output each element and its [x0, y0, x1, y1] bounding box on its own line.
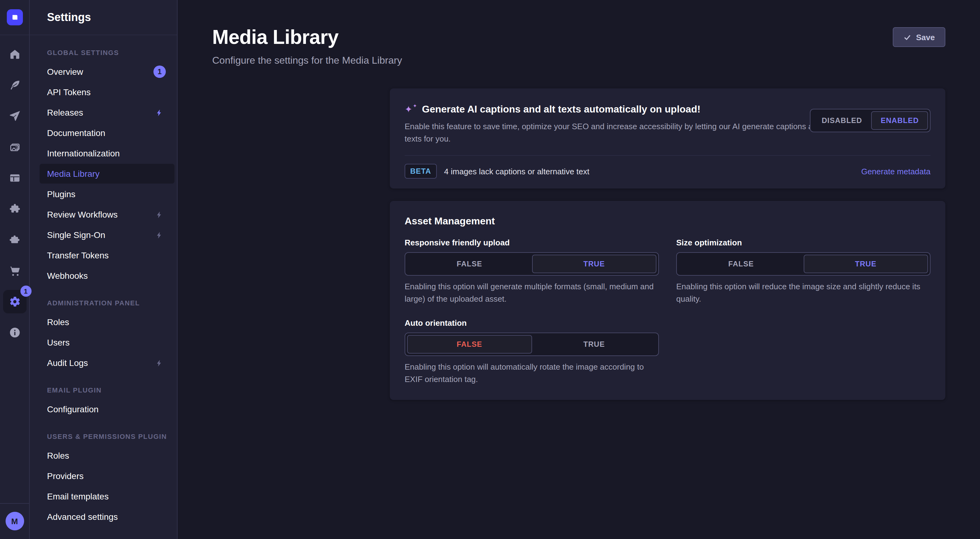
info-button[interactable] [2, 317, 27, 348]
sidebar-item-up-roles[interactable]: Roles [40, 445, 175, 465]
settings-gear-button[interactable]: 1 [2, 286, 27, 317]
home-icon[interactable] [2, 39, 27, 70]
page-subtitle: Configure the settings for the Media Lib… [212, 55, 945, 66]
auto-orientation-false-option[interactable]: FALSE [407, 335, 532, 354]
sidebar-item-advanced-settings[interactable]: Advanced settings [40, 507, 175, 526]
field-auto-orientation: Auto orientation FALSE TRUE Enabling thi… [405, 318, 659, 385]
content-icon[interactable] [2, 70, 27, 101]
field-hint: Enabling this option will reduce the ima… [676, 281, 931, 305]
sidebar-item-internationalization[interactable]: Internationalization [40, 143, 175, 163]
responsive-upload-toggle: FALSE TRUE [405, 252, 659, 276]
section-label: USERS & PERMISSIONS PLUGIN [30, 433, 177, 440]
size-optimization-true-option[interactable]: TRUE [803, 255, 928, 273]
sidebar-title: Settings [47, 11, 91, 24]
overview-badge: 1 [153, 65, 166, 78]
purchase-cart-icon[interactable] [2, 255, 27, 286]
lightning-icon [155, 359, 163, 367]
strapi-logo-icon [9, 12, 20, 23]
stage: 1 M Settings GLOBAL SETTINGS [0, 0, 980, 539]
sidebar-item-transfer-tokens[interactable]: Transfer Tokens [40, 246, 175, 265]
sidebar-item-email-templates[interactable]: Email templates [40, 487, 175, 506]
field-label: Auto orientation [405, 318, 659, 328]
field-label: Size optimization [676, 238, 931, 247]
field-responsive-friendly-upload: Responsive friendly upload FALSE TRUE En… [405, 238, 659, 305]
page-header: Media Library Configure the settings for… [178, 0, 980, 66]
save-button-label: Save [916, 32, 935, 42]
field-hint: Enabling this option will automatically … [405, 361, 659, 385]
banner-divider [405, 155, 931, 156]
logo-area [0, 0, 29, 35]
lightning-icon [155, 211, 163, 219]
ai-toggle-disabled-option[interactable]: DISABLED [812, 111, 872, 130]
page-title: Media Library [212, 26, 945, 49]
sidebar-item-configuration[interactable]: Configuration [40, 399, 175, 419]
sidebar-item-overview[interactable]: Overview 1 [40, 62, 175, 82]
sidebar-item-audit-logs[interactable]: Audit Logs [40, 353, 175, 373]
main-content: Media Library Configure the settings for… [178, 0, 980, 539]
sidebar-header: Settings [30, 0, 177, 35]
sidebar-sections: GLOBAL SETTINGS Overview 1 API Tokens Re… [30, 35, 177, 527]
sidebar-item-releases[interactable]: Releases [40, 103, 175, 122]
field-size-optimization: Size optimization FALSE TRUE Enabling th… [676, 238, 931, 305]
user-avatar[interactable]: M [5, 512, 24, 530]
auto-orientation-toggle: FALSE TRUE [405, 333, 659, 356]
rail-bottom: M [0, 503, 29, 539]
settings-sidebar: Settings GLOBAL SETTINGS Overview 1 API … [30, 0, 178, 539]
sidebar-item-providers[interactable]: Providers [40, 466, 175, 486]
banner-footer-row: BETA 4 images lack captions or alternati… [405, 164, 931, 179]
field-hint: Enabling this option will generate multi… [405, 281, 659, 305]
generate-metadata-link[interactable]: Generate metadata [861, 167, 931, 176]
sidebar-item-documentation[interactable]: Documentation [40, 123, 175, 143]
asset-management-fields: Responsive friendly upload FALSE TRUE En… [405, 238, 931, 385]
deploy-icon[interactable] [2, 101, 27, 132]
sidebar-item-users[interactable]: Users [40, 333, 175, 352]
check-icon [903, 33, 911, 41]
info-icon [8, 327, 21, 339]
strapi-logo[interactable] [6, 9, 22, 25]
sidebar-item-review-workflows[interactable]: Review Workflows [40, 205, 175, 224]
auto-orientation-true-option[interactable]: TRUE [532, 335, 656, 354]
section-administration-panel: ADMINISTRATION PANEL Roles Users Audit L… [30, 299, 177, 373]
nav-rail: 1 M [0, 0, 30, 539]
asset-management-card: Asset Management Responsive friendly upl… [390, 201, 945, 400]
size-optimization-false-option[interactable]: FALSE [679, 255, 803, 273]
sidebar-item-media-library[interactable]: Media Library [40, 164, 175, 184]
section-label: GLOBAL SETTINGS [30, 49, 177, 56]
ai-enabled-toggle: DISABLED ENABLED [810, 109, 931, 132]
section-global-settings: GLOBAL SETTINGS Overview 1 API Tokens Re… [30, 49, 177, 285]
ai-captions-banner: ✦✦ Generate AI captions and alt texts au… [390, 89, 945, 189]
responsive-upload-false-option[interactable]: FALSE [407, 255, 532, 273]
plugins-icon[interactable] [2, 193, 27, 224]
sidebar-item-single-sign-on[interactable]: Single Sign-On [40, 225, 175, 245]
banner-description: Enable this feature to save time, optimi… [405, 120, 862, 146]
banner-title: Generate AI captions and alt texts autom… [422, 104, 700, 115]
strapi-settings-app: 1 M Settings GLOBAL SETTINGS [0, 0, 980, 539]
ai-toggle-enabled-option[interactable]: ENABLED [872, 111, 928, 130]
sidebar-item-plugins[interactable]: Plugins [40, 184, 175, 204]
responsive-upload-true-option[interactable]: TRUE [532, 255, 656, 273]
missing-captions-status: 4 images lack captions or alternative te… [444, 167, 590, 176]
marketplace-icon[interactable] [2, 224, 27, 255]
asset-management-title: Asset Management [405, 216, 931, 227]
lightning-icon [155, 231, 163, 239]
settings-active-highlight: 1 [3, 290, 26, 313]
content-type-builder-icon[interactable] [2, 163, 27, 193]
field-label: Responsive friendly upload [405, 238, 659, 247]
lightning-icon [155, 108, 163, 117]
save-button[interactable]: Save [892, 27, 945, 47]
sidebar-item-api-tokens[interactable]: API Tokens [40, 82, 175, 102]
section-users-permissions-plugin: USERS & PERMISSIONS PLUGIN Roles Provide… [30, 433, 177, 526]
settings-notification-badge: 1 [20, 285, 31, 297]
sidebar-item-admin-roles[interactable]: Roles [40, 312, 175, 332]
beta-badge: BETA [405, 164, 437, 179]
section-label: EMAIL PLUGIN [30, 386, 177, 394]
sparkle-icon: ✦✦ [405, 103, 416, 116]
media-library-icon[interactable] [2, 132, 27, 163]
gear-icon [8, 295, 21, 308]
sidebar-item-webhooks[interactable]: Webhooks [40, 266, 175, 285]
section-label: ADMINISTRATION PANEL [30, 299, 177, 307]
size-optimization-toggle: FALSE TRUE [676, 252, 931, 276]
rail-icon-list: 1 [2, 39, 27, 348]
section-email-plugin: EMAIL PLUGIN Configuration [30, 386, 177, 419]
